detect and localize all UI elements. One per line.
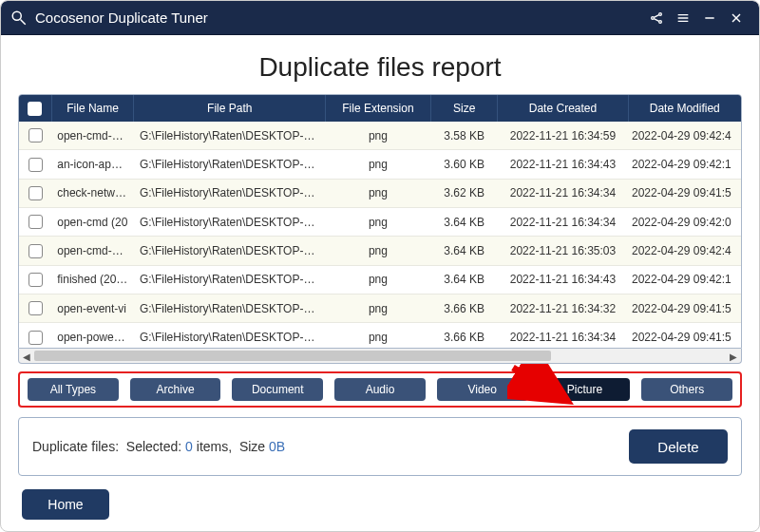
- selected-count: 0: [185, 439, 193, 454]
- scroll-thumb[interactable]: [34, 351, 551, 361]
- cell-date-created: 2022-11-21 16:34:32: [498, 294, 628, 322]
- results-table: File Name File Path File Extension Size …: [18, 94, 742, 349]
- filter-bar: All TypesArchiveDocumentAudioVideoPictur…: [18, 371, 742, 408]
- cell-file-ext: png: [326, 179, 431, 207]
- cell-file-ext: png: [326, 237, 431, 265]
- cell-file-name: an-icon-appea: [51, 150, 134, 179]
- cell-file-name: open-powersh: [51, 323, 134, 348]
- cell-size: 3.64 KB: [430, 237, 498, 265]
- cell-date-created: 2022-11-21 16:34:43: [498, 265, 628, 294]
- table-row[interactable]: open-cmd-winG:\FileHistory\Raten\DESKTOP…: [19, 237, 741, 265]
- cell-file-ext: png: [326, 150, 431, 179]
- scroll-left-icon[interactable]: ◀: [19, 349, 34, 364]
- table-row[interactable]: an-icon-appeaG:\FileHistory\Raten\DESKTO…: [19, 150, 741, 179]
- table-row[interactable]: open-powershG:\FileHistory\Raten\DESKTOP…: [19, 323, 741, 348]
- cell-file-path: G:\FileHistory\Raten\DESKTOP-16H58I: [134, 150, 326, 179]
- cell-date-modified: 2022-04-29 09:41:5: [628, 323, 741, 348]
- app-logo-icon: [10, 10, 28, 27]
- filter-others-button[interactable]: Others: [641, 378, 732, 401]
- svg-point-4: [659, 20, 662, 23]
- cell-file-name: finished (2022: [51, 265, 134, 294]
- cell-date-created: 2022-11-21 16:35:03: [498, 237, 628, 265]
- col-size[interactable]: Size: [430, 95, 498, 122]
- status-bar: Duplicate files: Selected: 0 items, Size…: [18, 417, 742, 476]
- cell-date-modified: 2022-04-29 09:42:4: [628, 237, 741, 265]
- close-icon[interactable]: [723, 5, 750, 31]
- svg-point-0: [12, 11, 21, 20]
- col-file-ext[interactable]: File Extension: [326, 95, 431, 122]
- col-file-name[interactable]: File Name: [51, 95, 134, 122]
- cell-date-modified: 2022-04-29 09:42:1: [628, 150, 741, 179]
- select-all-checkbox[interactable]: [28, 102, 42, 116]
- cell-file-name: open-event-vi: [51, 294, 134, 322]
- cell-file-ext: png: [326, 122, 431, 150]
- filter-picture-button[interactable]: Picture: [540, 378, 631, 401]
- svg-point-3: [659, 12, 662, 15]
- row-checkbox[interactable]: [28, 273, 43, 287]
- cell-file-name: open-cmd (20: [51, 207, 134, 236]
- cell-size: 3.60 KB: [430, 150, 498, 179]
- row-checkbox[interactable]: [28, 301, 43, 315]
- cell-file-path: G:\FileHistory\Raten\DESKTOP-16H58I: [134, 122, 326, 150]
- row-checkbox[interactable]: [28, 158, 43, 172]
- minimize-icon[interactable]: [696, 5, 723, 31]
- row-checkbox[interactable]: [28, 331, 43, 345]
- cell-size: 3.64 KB: [430, 265, 498, 294]
- row-checkbox[interactable]: [28, 244, 43, 258]
- size-word: Size: [239, 439, 265, 454]
- filter-all-types-button[interactable]: All Types: [28, 378, 119, 401]
- col-file-path[interactable]: File Path: [134, 95, 326, 122]
- cell-date-modified: 2022-04-29 09:42:1: [628, 265, 741, 294]
- svg-line-6: [654, 18, 658, 21]
- cell-date-created: 2022-11-21 16:34:59: [498, 122, 628, 150]
- cell-size: 3.66 KB: [430, 294, 498, 322]
- row-checkbox[interactable]: [28, 215, 43, 229]
- home-button[interactable]: Home: [22, 489, 109, 520]
- cell-size: 3.62 KB: [430, 179, 498, 207]
- cell-file-ext: png: [326, 323, 431, 348]
- cell-file-name: open-cmd-win: [51, 122, 134, 150]
- filter-video-button[interactable]: Video: [437, 378, 528, 401]
- dup-label: Duplicate files:: [32, 439, 119, 454]
- svg-line-5: [654, 14, 658, 17]
- col-date-created[interactable]: Date Created: [498, 95, 628, 122]
- menu-icon[interactable]: [670, 5, 696, 31]
- size-value: 0B: [269, 439, 285, 454]
- cell-file-ext: png: [326, 294, 431, 322]
- filter-archive-button[interactable]: Archive: [130, 378, 221, 401]
- cell-date-created: 2022-11-21 16:34:34: [498, 207, 628, 236]
- cell-date-created: 2022-11-21 16:34:43: [498, 150, 628, 179]
- delete-button[interactable]: Delete: [629, 429, 728, 464]
- scroll-right-icon[interactable]: ▶: [726, 349, 741, 364]
- table-row[interactable]: check-networkG:\FileHistory\Raten\DESKTO…: [19, 179, 741, 207]
- share-icon[interactable]: [643, 5, 670, 31]
- cell-size: 3.64 KB: [430, 207, 498, 236]
- cell-date-created: 2022-11-21 16:34:34: [498, 323, 628, 348]
- page-title: Duplicate files report: [18, 52, 742, 83]
- row-checkbox[interactable]: [28, 186, 43, 200]
- selected-label: Selected:: [126, 439, 181, 454]
- table-header-row: File Name File Path File Extension Size …: [19, 95, 741, 122]
- cell-file-ext: png: [326, 265, 431, 294]
- cell-size: 3.66 KB: [430, 323, 498, 348]
- svg-line-1: [21, 19, 26, 24]
- col-date-modified[interactable]: Date Modified: [628, 95, 741, 122]
- cell-file-path: G:\FileHistory\Raten\DESKTOP-16H58I: [134, 323, 326, 348]
- cell-date-modified: 2022-04-29 09:41:5: [628, 294, 741, 322]
- filter-document-button[interactable]: Document: [232, 378, 323, 401]
- cell-file-path: G:\FileHistory\Raten\DESKTOP-16H58I: [134, 179, 326, 207]
- filter-audio-button[interactable]: Audio: [334, 378, 426, 401]
- cell-date-modified: 2022-04-29 09:42:4: [628, 122, 741, 150]
- table-row[interactable]: finished (2022G:\FileHistory\Raten\DESKT…: [19, 265, 741, 294]
- svg-point-2: [652, 16, 655, 19]
- items-word: items,: [197, 439, 232, 454]
- cell-date-created: 2022-11-21 16:34:34: [498, 179, 628, 207]
- cell-file-path: G:\FileHistory\Raten\DESKTOP-16H58I: [134, 265, 326, 294]
- table-row[interactable]: open-event-viG:\FileHistory\Raten\DESKTO…: [19, 294, 741, 322]
- table-row[interactable]: open-cmd (20G:\FileHistory\Raten\DESKTOP…: [19, 207, 741, 236]
- row-checkbox[interactable]: [28, 128, 43, 142]
- table-row[interactable]: open-cmd-winG:\FileHistory\Raten\DESKTOP…: [19, 122, 741, 150]
- cell-file-name: check-network: [51, 179, 134, 207]
- cell-file-path: G:\FileHistory\Raten\DESKTOP-16H58I: [134, 207, 326, 236]
- horizontal-scrollbar[interactable]: ◀ ▶: [18, 349, 742, 364]
